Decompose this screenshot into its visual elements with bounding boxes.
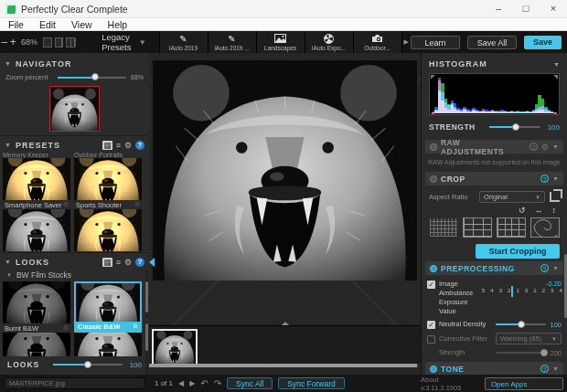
- gear-icon[interactable]: ⚙: [124, 141, 132, 150]
- preset-label-partial[interactable]: Outdoor Portraits: [74, 152, 142, 158]
- menu-edit[interactable]: Edit: [39, 19, 56, 30]
- toolbar-preset-landscapes[interactable]: Landscapes: [257, 31, 305, 53]
- save-all-button[interactable]: Save All: [467, 36, 517, 49]
- toolbar-preset-iauto2019-details[interactable]: ✎ iAuto 2019 ...: [209, 31, 257, 53]
- preset-group-dropdown[interactable]: Legacy Presets ▼: [102, 32, 145, 52]
- preprocessing-header[interactable]: PREPROCESSING ? ▼: [425, 261, 563, 275]
- compare-view-button[interactable]: [66, 37, 75, 48]
- menu-view[interactable]: View: [71, 19, 92, 30]
- help-icon[interactable]: ?: [530, 143, 538, 151]
- sync-forward-button[interactable]: Sync Forward: [278, 377, 344, 389]
- look-burnt-bw[interactable]: Burnt B&W ☆: [3, 281, 70, 333]
- presets-header[interactable]: ▼ PRESETS ▦ ≡ ⚙ ?: [0, 138, 149, 152]
- navigator-header[interactable]: ▼ NAVIGATOR: [0, 57, 149, 70]
- section-toggle-icon[interactable]: [430, 175, 437, 183]
- grid-view-icon[interactable]: ▦: [102, 141, 112, 150]
- looks-slider[interactable]: [53, 364, 123, 366]
- presets-scrollbar[interactable]: [145, 270, 148, 318]
- open-apps-manager-button[interactable]: Open Apps Manager: [485, 377, 563, 390]
- split-view-button[interactable]: [55, 37, 64, 48]
- navigator-preview[interactable]: [49, 86, 100, 132]
- menu-file[interactable]: File: [8, 19, 24, 30]
- close-button[interactable]: ×: [540, 0, 567, 18]
- collapse-icon[interactable]: ▼: [552, 265, 559, 271]
- look-partial[interactable]: [74, 333, 142, 356]
- look-classic-bw-selected[interactable]: Classic B&W ☆: [74, 281, 142, 333]
- grid-overlay-thirds-button[interactable]: [463, 217, 492, 238]
- help-icon[interactable]: ?: [540, 365, 549, 373]
- collapse-icon[interactable]: ▼: [552, 175, 559, 182]
- look-partial[interactable]: [3, 333, 70, 356]
- tone-header[interactable]: TONE ? ▼: [425, 362, 563, 375]
- minimize-button[interactable]: –: [485, 0, 512, 18]
- collapse-icon[interactable]: ▼: [552, 143, 559, 150]
- collapse-icon[interactable]: ▼: [552, 366, 559, 372]
- collapse-icon[interactable]: ▼: [553, 61, 560, 68]
- sync-all-button[interactable]: Sync All: [227, 377, 273, 389]
- gear-icon[interactable]: ⚙: [124, 258, 132, 267]
- grid-overlay-fine-button[interactable]: [429, 217, 458, 238]
- corrective-filter-dropdown[interactable]: Warming (85) ▼: [496, 333, 562, 344]
- filmstrip-scrollbar[interactable]: [149, 364, 421, 367]
- grid-overlay-spiral-button[interactable]: [530, 217, 560, 238]
- flip-horizontal-icon[interactable]: ↔: [535, 206, 543, 215]
- looks-header[interactable]: ▼ LOOKS ▦ ≡ ⚙ ?: [0, 255, 149, 269]
- section-toggle-icon[interactable]: [430, 366, 437, 373]
- gear-icon[interactable]: ⚙: [541, 143, 549, 152]
- grid-view-icon[interactable]: ▦: [102, 258, 112, 267]
- neutral-density-checkbox[interactable]: ✓: [427, 321, 435, 329]
- about-version[interactable]: About v.3.11.2.1905: [421, 376, 480, 392]
- flip-vertical-icon[interactable]: ↕: [552, 206, 557, 215]
- exposure-value-ruler[interactable]: 5 4 3 2 1 0 1 2 3 4 5: [482, 280, 542, 296]
- grid-overlay-quarters-button[interactable]: [497, 217, 526, 238]
- toolbar-preset-iauto2019[interactable]: ✎ iAuto 2019: [160, 31, 209, 53]
- menu-help[interactable]: Help: [108, 19, 128, 30]
- collapse-left-panel-icon[interactable]: [149, 258, 155, 267]
- start-cropping-button[interactable]: Start Cropping: [476, 244, 560, 259]
- redo-icon[interactable]: ↷: [214, 378, 221, 388]
- corrective-strength-slider[interactable]: [496, 352, 546, 354]
- looks-scrollbar[interactable]: [145, 323, 148, 375]
- filmstrip-collapse-icon[interactable]: [282, 322, 289, 325]
- help-icon[interactable]: ?: [135, 258, 144, 267]
- single-view-button[interactable]: [43, 37, 52, 48]
- maximize-button[interactable]: □: [512, 0, 540, 18]
- image-ambulance-checkbox[interactable]: ✓: [427, 281, 435, 289]
- filmstrip-thumbnail-selected[interactable]: [152, 329, 198, 366]
- preset-selected-bw[interactable]: [3, 209, 70, 251]
- strength-slider[interactable]: [489, 126, 540, 128]
- previous-image-icon[interactable]: ◀: [178, 379, 184, 387]
- neutral-density-slider[interactable]: [496, 323, 546, 325]
- learn-button[interactable]: Learn: [411, 36, 460, 49]
- help-icon[interactable]: ?: [135, 141, 144, 150]
- zoom-out-button[interactable]: –: [0, 36, 9, 48]
- list-view-icon[interactable]: ≡: [116, 141, 121, 150]
- zoom-percent-slider[interactable]: [58, 77, 126, 79]
- filename-field[interactable]: MASTERPICE.jpg: [4, 377, 145, 389]
- zoom-in-button[interactable]: +: [9, 36, 18, 48]
- preset-color[interactable]: [74, 209, 142, 251]
- toolbar-preset-iauto-exposure[interactable]: iAuto Expo...: [305, 31, 354, 53]
- toolbar-preset-outdoor[interactable]: Outdoor...: [354, 31, 402, 53]
- raw-adjustments-header[interactable]: RAW ADJUSTMENTS ? ⚙ ▼: [425, 140, 563, 154]
- favorite-star-icon[interactable]: ☆: [63, 201, 69, 208]
- preset-sports-shooter[interactable]: Sports Shooter ☆: [74, 158, 142, 209]
- preset-smartphone-saver[interactable]: Smartphone Saver ☆: [3, 158, 70, 209]
- preset-label-partial[interactable]: Memory Keeper: [3, 152, 70, 158]
- section-toggle-icon[interactable]: [430, 265, 437, 272]
- next-image-icon[interactable]: ▶: [189, 379, 195, 387]
- crop-tool-icon[interactable]: [550, 192, 560, 202]
- main-photo[interactable]: [153, 60, 417, 281]
- aspect-ratio-dropdown[interactable]: Original ▼: [479, 191, 545, 203]
- undo-icon[interactable]: ↶: [200, 378, 208, 388]
- rotate-icon[interactable]: ↺: [519, 206, 526, 215]
- corrective-filter-checkbox[interactable]: ✓: [427, 335, 435, 344]
- help-icon[interactable]: ?: [540, 175, 549, 183]
- preset-strip-next-icon[interactable]: ▶: [404, 38, 409, 46]
- section-toggle-icon[interactable]: [430, 143, 437, 151]
- crop-header[interactable]: CROP ? ▼: [425, 172, 563, 185]
- favorite-star-icon[interactable]: ☆: [133, 323, 138, 330]
- save-button[interactable]: Save: [524, 36, 562, 49]
- favorite-star-icon[interactable]: ☆: [63, 324, 69, 332]
- list-view-icon[interactable]: ≡: [116, 258, 121, 267]
